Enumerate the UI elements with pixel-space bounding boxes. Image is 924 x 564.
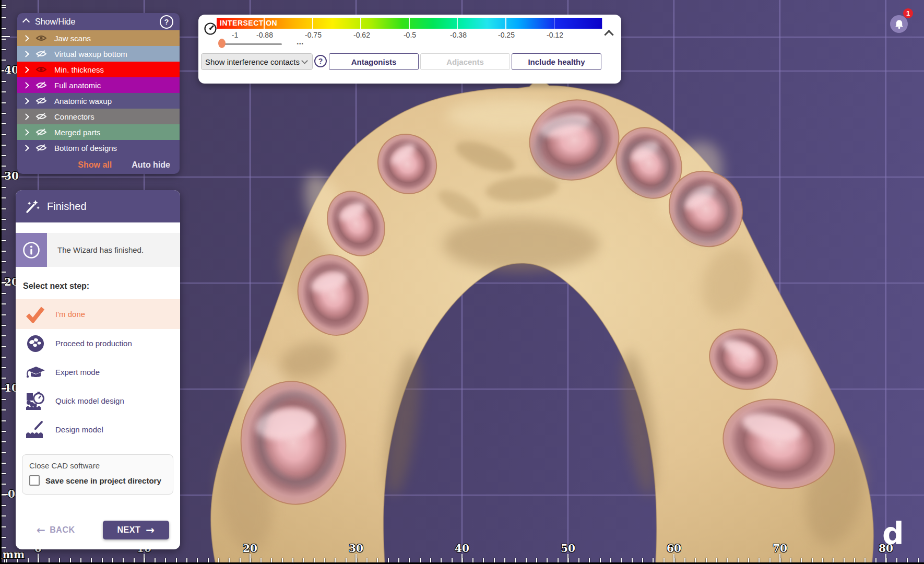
ruler-label-20: 20 <box>234 542 266 555</box>
threshold-slider-track[interactable] <box>220 43 282 45</box>
chevron-right-icon[interactable] <box>22 113 29 120</box>
colorbar-tick: -0.88 <box>249 31 280 39</box>
antagonists-button[interactable]: Antagonists <box>329 53 419 70</box>
ruler-unit-label: mm <box>2 548 25 561</box>
chevron-right-icon[interactable] <box>22 66 29 73</box>
wizard-message-banner: The Wizard has finished. <box>16 233 180 267</box>
next-button[interactable]: NEXT → <box>103 521 169 539</box>
help-icon[interactable]: ? <box>314 55 327 67</box>
eye-visible-icon[interactable] <box>35 65 47 74</box>
include-healthy-button[interactable]: Include healthy <box>512 53 601 70</box>
graduation-cap-icon <box>25 364 46 381</box>
wizard-header: Finished <box>16 190 180 222</box>
info-icon <box>22 241 40 259</box>
save-scene-checkbox[interactable] <box>29 475 40 486</box>
option-expert-mode[interactable]: Expert mode <box>16 358 180 386</box>
layer-row-connectors[interactable]: Connectors <box>17 109 180 124</box>
option-label: Design model <box>55 425 103 434</box>
eye-hidden-icon[interactable] <box>35 112 47 121</box>
notification-badge: 1 <box>903 8 913 18</box>
colorbar-tick: -0.38 <box>443 31 474 39</box>
intersection-colorbar: INTERSECTION <box>217 18 603 29</box>
save-scene-label: Save scene in project directory <box>45 476 161 485</box>
slider-ellipsis: ... <box>297 37 303 46</box>
threshold-slider-thumb[interactable] <box>218 39 226 48</box>
wizard-divider <box>16 222 180 233</box>
close-cad-group: Close CAD software Save scene in project… <box>22 454 173 495</box>
select-next-step-label: Select next step: <box>23 281 180 291</box>
layer-row-virtual-waxup-bottom[interactable]: Virtual waxup bottom <box>17 46 180 62</box>
ruler-label-70: 70 <box>764 542 796 555</box>
colorbar-tick: -0.62 <box>346 31 377 39</box>
layer-row-jaw-scans[interactable]: Jaw scans <box>17 30 180 46</box>
intersection-toolbar: INTERSECTION -1 -0.88 -0.75 -0.62 -0.5 -… <box>198 15 621 84</box>
show-hide-panel: Show/Hide ? Jaw scans Virtual waxup bott… <box>17 13 180 174</box>
eye-hidden-icon[interactable] <box>35 97 47 105</box>
bottom-ruler-major-ticks <box>0 554 924 562</box>
layer-row-merged-parts[interactable]: Merged parts <box>17 124 180 140</box>
layer-label: Virtual waxup bottom <box>54 50 127 58</box>
auto-hide-button[interactable]: Auto hide <box>132 160 170 170</box>
colorbar-tick: -0.12 <box>539 31 571 39</box>
chevron-right-icon[interactable] <box>22 35 29 42</box>
option-quick-model-design[interactable]: Quick model design <box>16 386 180 415</box>
layer-row-min-thickness[interactable]: Min. thickness <box>17 62 180 77</box>
show-hide-header[interactable]: Show/Hide ? <box>17 13 180 30</box>
show-all-button[interactable]: Show all <box>78 160 112 170</box>
back-label: BACK <box>50 525 75 535</box>
wizard-panel: Finished The Wizard has finished. Select… <box>16 190 180 549</box>
next-label: NEXT <box>117 525 141 535</box>
layer-label: Min. thickness <box>54 65 104 74</box>
eye-hidden-icon[interactable] <box>35 81 47 89</box>
wizard-title: Finished <box>47 201 87 213</box>
chevron-right-icon[interactable] <box>22 98 29 104</box>
chevron-right-icon[interactable] <box>22 51 29 57</box>
magic-wand-icon <box>24 198 41 215</box>
chevron-right-icon[interactable] <box>22 129 29 136</box>
layer-row-full-anatomic[interactable]: Full anatomic <box>17 77 180 93</box>
dropdown-value: Show interference contacts <box>202 57 301 66</box>
wizard-message: The Wizard has finished. <box>47 233 144 267</box>
layer-row-anatomic-waxup[interactable]: Anatomic waxup <box>17 93 180 109</box>
colorbar-tick: -0.5 <box>394 31 425 39</box>
layer-label: Anatomic waxup <box>54 97 112 105</box>
quick-model-design-icon <box>25 391 46 411</box>
layer-label: Connectors <box>54 112 94 121</box>
layer-label: Merged parts <box>54 128 100 137</box>
eye-hidden-icon[interactable] <box>35 128 47 136</box>
layer-label: Jaw scans <box>54 34 91 43</box>
ruler-label-60: 60 <box>658 542 690 555</box>
layer-label: Bottom of designs <box>54 144 117 152</box>
colorbar-tick: -1 <box>219 31 251 39</box>
vendor-logo: d <box>882 516 904 551</box>
ruler-label-50: 50 <box>552 542 584 555</box>
chevron-right-icon[interactable] <box>22 145 29 151</box>
option-label: Proceed to production <box>55 339 132 348</box>
info-icon-box <box>16 233 47 267</box>
layer-row-bottom-of-designs[interactable]: Bottom of designs <box>17 140 180 156</box>
help-icon[interactable]: ? <box>160 15 173 29</box>
layer-label: Full anatomic <box>54 81 101 90</box>
colorbar-title: INTERSECTION <box>220 19 277 27</box>
bell-icon <box>894 19 904 29</box>
option-proceed-to-production[interactable]: Proceed to production <box>16 329 180 358</box>
eye-hidden-icon[interactable] <box>35 144 47 152</box>
eye-visible-icon[interactable] <box>35 34 47 42</box>
gauge-icon[interactable] <box>204 22 217 36</box>
contacts-mode-dropdown[interactable]: Show interference contacts <box>201 53 313 70</box>
eye-hidden-icon[interactable] <box>35 50 47 58</box>
option-design-model[interactable]: Design model <box>16 415 180 444</box>
colorbar-tick: -0.25 <box>491 31 522 39</box>
adjacents-button[interactable]: Adjacents <box>420 53 510 70</box>
app-window: mm 0 10 20 30 40 50 60 70 80 40 30 20 10… <box>0 0 924 564</box>
back-button[interactable]: ← BACK <box>37 521 75 539</box>
arrow-left-icon: ← <box>37 524 45 536</box>
collapse-toolbar-icon[interactable] <box>604 30 613 39</box>
close-cad-title: Close CAD software <box>29 461 173 470</box>
design-model-icon <box>25 420 46 439</box>
collapse-panel-icon[interactable] <box>22 18 30 25</box>
chevron-right-icon[interactable] <box>22 82 29 89</box>
option-im-done[interactable]: I'm done <box>16 299 180 329</box>
option-label: Quick model design <box>55 396 124 405</box>
notifications-button[interactable] <box>890 15 908 33</box>
